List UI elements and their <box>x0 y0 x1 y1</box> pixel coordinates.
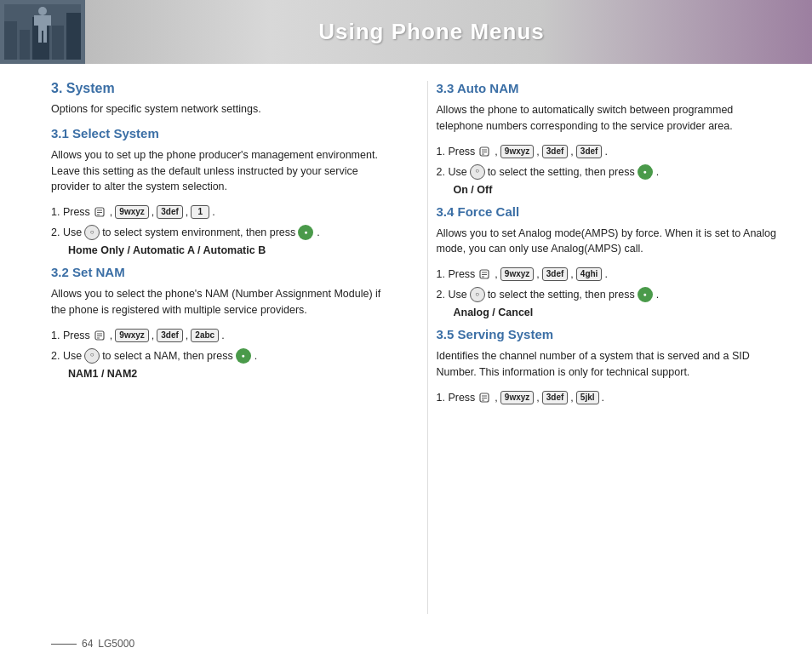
ok-icon-34: ● <box>638 287 653 302</box>
section-33-options: On / Off <box>454 184 779 196</box>
section-3-title: 3. System <box>51 81 393 96</box>
key-1-31-1: 1 <box>191 205 209 219</box>
section-33: 3.3 Auto NAM Allows the phone to automat… <box>437 81 779 196</box>
dial-icon-31: ○ <box>84 225 100 240</box>
svg-rect-22 <box>482 152 487 152</box>
section-35: 3.5 Serving System Identifies the channe… <box>437 327 779 406</box>
svg-rect-26 <box>482 274 487 275</box>
svg-rect-27 <box>482 277 484 278</box>
section-31-step1: 1. Press , 9wxyz , 3def , 1 . <box>51 204 393 221</box>
svg-rect-10 <box>38 31 42 43</box>
svg-point-6 <box>38 7 47 15</box>
section-31-options: Home Only / Automatic A / Automatic B <box>68 244 393 256</box>
menu-icon-34-1 <box>477 267 491 281</box>
key-3-35-1: 3def <box>542 391 569 404</box>
section-32-options: NAM1 / NAM2 <box>68 368 393 380</box>
section-35-desc: Identifies the channel number of a syste… <box>437 348 779 381</box>
header-image <box>0 0 85 64</box>
section-31-title: 3.1 Select System <box>51 126 393 140</box>
section-32-step1: 1. Press , 9wxyz , 3def , 2abc . <box>51 327 393 344</box>
svg-rect-7 <box>38 15 47 31</box>
key-9-32-1: 9wxyz <box>115 329 148 342</box>
ok-icon-31: ● <box>298 225 313 240</box>
svg-rect-5 <box>66 13 81 60</box>
svg-rect-9 <box>46 15 51 26</box>
key-3-33-1: 3def <box>542 145 569 158</box>
svg-rect-30 <box>482 398 487 398</box>
header-title: Using Phone Menus <box>85 19 812 45</box>
footer-page-num: 64 <box>82 638 93 650</box>
menu-icon-33-1 <box>477 145 491 158</box>
section-3-desc: Options for specific system network sett… <box>51 101 393 118</box>
section-33-desc: Allows the phone to automatically switch… <box>437 102 779 135</box>
svg-rect-31 <box>482 399 484 400</box>
dial-icon-34: ○ <box>470 287 485 302</box>
key-3-31-1: 3def <box>157 205 183 219</box>
footer-model: LG5000 <box>98 638 134 650</box>
svg-rect-13 <box>97 210 102 211</box>
key-9-33-1: 9wxyz <box>500 145 534 158</box>
key-2-32-1: 2abc <box>191 329 219 342</box>
svg-rect-19 <box>97 337 100 338</box>
left-column: 3. System Options for specific system ne… <box>51 81 402 614</box>
section-32: 3.2 Set NAM Allows you to select the pho… <box>51 265 393 380</box>
section-34-title: 3.4 Force Call <box>437 204 779 219</box>
key-4-34-1: 4ghi <box>576 267 603 281</box>
key-9-34-1: 9wxyz <box>500 267 534 281</box>
dial-icon-33: ○ <box>470 164 485 180</box>
svg-rect-18 <box>97 335 102 336</box>
section-35-title: 3.5 Serving System <box>437 327 779 341</box>
section-33-step1: 1. Press , 9wxyz , 3def , 3def . <box>437 143 779 160</box>
svg-rect-25 <box>482 272 487 273</box>
key-9-31-1: 9wxyz <box>115 205 148 219</box>
svg-rect-23 <box>482 153 484 154</box>
section-34-step2: 2. Use ○ to select the setting, then pre… <box>437 286 779 303</box>
svg-rect-8 <box>34 15 39 26</box>
menu-icon-35-1 <box>477 391 491 404</box>
section-34-desc: Allows you to set Analog mode(AMPS) by f… <box>437 226 779 258</box>
svg-rect-15 <box>97 215 100 215</box>
section-3: 3. System Options for specific system ne… <box>51 81 393 118</box>
svg-rect-2 <box>20 30 30 60</box>
dial-icon-32: ○ <box>84 348 100 364</box>
section-35-step1: 1. Press , 9wxyz , 3def , 5jkl . <box>437 389 779 406</box>
section-31-step2: 2. Use ○ to select system environment, t… <box>51 224 393 241</box>
svg-rect-11 <box>43 31 47 43</box>
footer-line <box>51 644 77 645</box>
page-wrapper: LG5000E_.BP.qxd 8/31/05 2:34 PM Page 64 <box>0 0 812 665</box>
svg-rect-17 <box>97 333 102 334</box>
header: Using Phone Menus <box>0 0 812 64</box>
svg-rect-29 <box>482 395 487 396</box>
section-31: 3.1 Select System Allows you to set up t… <box>51 126 393 256</box>
key-9-35-1: 9wxyz <box>500 391 534 404</box>
key-3b-33-1: 3def <box>576 145 603 158</box>
svg-rect-14 <box>97 212 102 213</box>
footer: 64 LG5000 <box>51 638 134 650</box>
section-32-step2: 2. Use ○ to select a NAM, then press ● . <box>51 347 393 364</box>
svg-rect-1 <box>4 21 17 60</box>
section-34-options: Analog / Cancel <box>454 307 779 318</box>
svg-rect-4 <box>52 26 64 60</box>
menu-icon-31-1 <box>93 205 106 219</box>
svg-rect-21 <box>482 149 487 150</box>
main-content: 3. System Options for specific system ne… <box>0 64 812 631</box>
section-31-desc: Allows you to set up the phone producer'… <box>51 147 393 195</box>
section-32-title: 3.2 Set NAM <box>51 265 393 279</box>
right-column: 3.3 Auto NAM Allows the phone to automat… <box>427 81 779 614</box>
key-3-32-1: 3def <box>157 329 183 342</box>
key-5-35-1: 5jkl <box>576 391 599 404</box>
ok-icon-32: ● <box>236 348 251 364</box>
section-33-title: 3.3 Auto NAM <box>437 81 779 95</box>
key-3-34-1: 3def <box>542 267 569 281</box>
ok-icon-33: ● <box>638 164 653 180</box>
section-33-step2: 2. Use ○ to select the setting, then pre… <box>437 163 779 181</box>
section-34: 3.4 Force Call Allows you to set Analog … <box>437 204 779 319</box>
section-34-step1: 1. Press , 9wxyz , 3def , 4ghi . <box>437 266 779 283</box>
menu-icon-32-1 <box>93 329 106 342</box>
section-32-desc: Allows you to select the phone's NAM (Nu… <box>51 286 393 318</box>
